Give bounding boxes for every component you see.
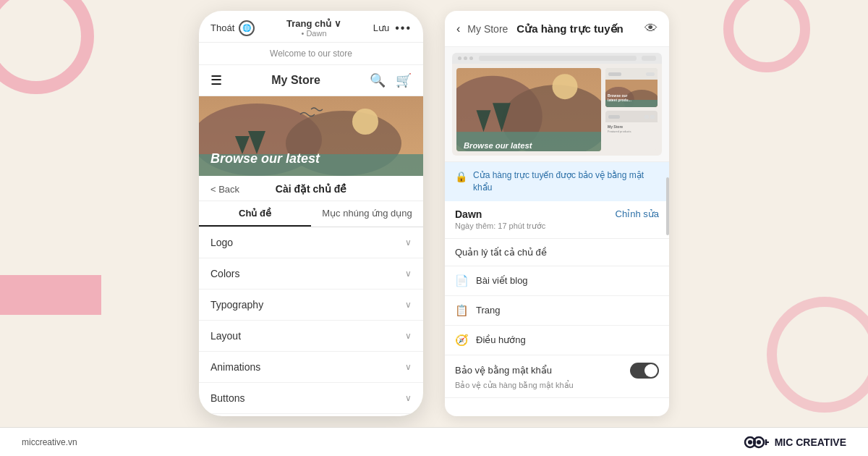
preview-columns: Browse our latest products	[452, 64, 662, 156]
menu-item-trang[interactable]: 📋 Trang	[445, 296, 669, 326]
hero-image: Browse our latest	[199, 96, 423, 176]
chevron-buttons: ∨	[405, 393, 412, 403]
theme-name-label: • Dawn	[286, 29, 341, 38]
phone-left: Thoát 🌐 Trang chủ ∨ • Dawn Lưu ••• Welco…	[199, 11, 423, 416]
right-header: ‹ My Store Cửa hàng trực tuyến 👁	[445, 11, 669, 47]
preview-thumb-1: Browse our latest produ...	[605, 68, 658, 107]
preview-thumb-2: My Store Featured products	[605, 111, 658, 150]
phone-top-bar-left: Thoát 🌐	[210, 20, 255, 36]
settings-item-buttons[interactable]: Buttons ∨	[199, 383, 423, 414]
right-store-name[interactable]: My Store	[467, 23, 508, 35]
browser-dot-1	[458, 56, 461, 60]
preview-side: Browse our latest produ...	[605, 68, 658, 151]
svg-text:products: products	[463, 150, 498, 151]
tab-muc-nhung[interactable]: Mục nhúng ứng dụng	[311, 201, 423, 227]
hamburger-icon[interactable]: ☰	[210, 72, 222, 88]
more-options-icon[interactable]: •••	[395, 22, 412, 35]
preview-main: Browse our latest products	[456, 68, 601, 151]
blog-icon: 📄	[455, 274, 469, 287]
store-welcome-bar: Welcome to our store	[199, 43, 423, 65]
svg-text:latest produ...: latest produ...	[608, 98, 631, 102]
chevron-logo: ∨	[405, 237, 412, 248]
tab-chu-de[interactable]: Chủ đề	[199, 201, 311, 227]
browser-buttons	[642, 56, 656, 61]
save-button[interactable]: Lưu	[373, 22, 389, 33]
settings-title: Cài đặt chủ đề	[276, 183, 347, 195]
search-icon[interactable]: 🔍	[370, 72, 386, 88]
hero-text: Browse our latest	[210, 151, 320, 167]
store-nav: ☰ My Store 🔍 🛒	[199, 65, 423, 96]
eye-icon[interactable]: 👁	[644, 21, 658, 36]
svg-point-25	[757, 440, 761, 444]
phone-top-bar-center: Trang chủ ∨ • Dawn	[286, 18, 341, 38]
theme-details: Dawn Ngày thêm: 17 phút trước	[455, 208, 545, 231]
browser-url-bar	[479, 56, 637, 61]
svg-text:Browse our latest: Browse our latest	[464, 141, 533, 150]
mic-logo-icon	[743, 434, 769, 451]
thoat-button[interactable]: Thoát	[210, 22, 234, 33]
browser-bar	[452, 53, 662, 64]
main-content: Thoát 🌐 Trang chủ ∨ • Dawn Lưu ••• Welco…	[0, 0, 868, 427]
store-nav-icons: 🔍 🛒	[370, 72, 412, 88]
preview-area: Browse our latest products	[445, 47, 669, 162]
scrollbar[interactable]	[666, 177, 669, 235]
phone-top-bar-right: Lưu •••	[373, 22, 412, 35]
theme-info: Dawn Ngày thêm: 17 phút trước Chỉnh sửa	[445, 201, 669, 239]
browser-dot-2	[464, 56, 467, 60]
settings-item-variant-pills[interactable]: Variant pills ∨	[199, 414, 423, 416]
settings-tabs: Chủ đề Mục nhúng ứng dụng	[199, 201, 423, 227]
password-toggle-top: Bảo vệ bằng mật khẩu	[455, 363, 659, 379]
browser-dot-3	[469, 56, 473, 60]
footer: miccreative.vn MIC CREATIVE	[0, 427, 868, 456]
settings-back-button[interactable]: < Back	[210, 184, 239, 195]
toggle-knob	[644, 364, 658, 377]
nav-icon: 🧭	[455, 334, 469, 347]
theme-name: Dawn	[455, 208, 545, 220]
page-title-label: Trang chủ ∨	[286, 18, 341, 29]
chevron-colors: ∨	[405, 269, 412, 279]
svg-point-10	[553, 74, 578, 99]
right-back-button[interactable]: ‹	[456, 22, 460, 35]
settings-item-animations[interactable]: Animations ∨	[199, 352, 423, 383]
chevron-typography: ∨	[405, 300, 412, 310]
password-toggle-switch[interactable]	[630, 363, 659, 379]
settings-items: Logo ∨ Colors ∨ Typography ∨ Layout ∨ An…	[199, 227, 423, 416]
chevron-animations: ∨	[405, 362, 412, 372]
settings-item-layout[interactable]: Layout ∨	[199, 321, 423, 352]
lock-icon: 🔒	[455, 170, 467, 185]
page-icon: 📋	[455, 304, 469, 317]
settings-item-typography[interactable]: Typography ∨	[199, 290, 423, 321]
theme-added: Ngày thêm: 17 phút trước	[455, 221, 545, 231]
settings-header: < Back Cài đặt chủ đề	[199, 176, 423, 201]
settings-item-colors[interactable]: Colors ∨	[199, 258, 423, 290]
password-toggle-row: Bảo vệ bằng mật khẩu Bảo vệ cửa hàng bằn…	[445, 355, 669, 398]
chinh-sua-button[interactable]: Chỉnh sửa	[616, 208, 659, 219]
globe-icon: 🌐	[239, 20, 255, 36]
manage-themes-link[interactable]: Quản lý tất cả chủ đề	[445, 239, 669, 266]
cart-icon[interactable]: 🛒	[396, 72, 412, 88]
password-notice: 🔒 Cửa hàng trực tuyến được bảo vệ bằng m…	[445, 162, 669, 201]
footer-brand-name: MIC CREATIVE	[775, 436, 846, 448]
menu-item-blog[interactable]: 📄 Bài viết blog	[445, 266, 669, 296]
phone-top-bar: Thoát 🌐 Trang chủ ∨ • Dawn Lưu •••	[199, 11, 423, 43]
settings-item-logo[interactable]: Logo ∨	[199, 227, 423, 258]
menu-item-dieu-huong[interactable]: 🧭 Điều hướng	[445, 326, 669, 355]
password-toggle-subtitle: Bảo vệ cửa hàng bằng mật khẩu	[455, 381, 659, 390]
store-nav-title: My Store	[271, 74, 320, 87]
svg-point-3	[352, 109, 378, 135]
footer-domain: miccreative.vn	[22, 437, 77, 447]
chevron-layout: ∨	[405, 331, 412, 341]
svg-point-23	[748, 440, 752, 444]
right-page-title: Cửa hàng trực tuyến	[516, 22, 639, 35]
settings-panel: < Back Cài đặt chủ đề Chủ đề Mục nhúng ứ…	[199, 176, 423, 416]
footer-brand: MIC CREATIVE	[743, 434, 846, 451]
right-panel: ‹ My Store Cửa hàng trực tuyến 👁	[445, 11, 669, 416]
